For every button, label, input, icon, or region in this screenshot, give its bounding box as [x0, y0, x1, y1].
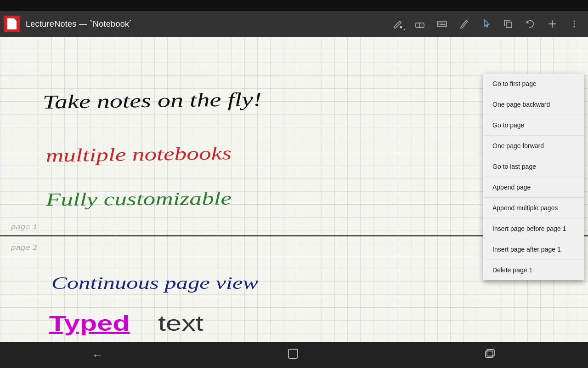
app-icon: [4, 16, 20, 32]
undo-tool[interactable]: [520, 14, 540, 34]
menu-one-page-forward[interactable]: One page forward: [483, 136, 584, 156]
svg-rect-26: [288, 349, 298, 358]
svg-text:Typed: Typed: [49, 311, 130, 335]
toolbar: LectureNotes — `Notebook´: [0, 11, 588, 37]
svg-point-14: [574, 21, 575, 22]
menu-insert-page-after[interactable]: Insert page after page 1: [483, 239, 584, 260]
svg-rect-3: [437, 21, 447, 27]
svg-text:page 2: page 2: [11, 244, 37, 251]
menu-delete-page[interactable]: Delete page 1: [483, 260, 584, 280]
menu-go-to-last-page[interactable]: Go to last page: [483, 156, 584, 177]
add-tool[interactable]: [542, 14, 562, 34]
menu-append-page[interactable]: Append page: [483, 177, 584, 198]
svg-text:text: text: [158, 311, 204, 335]
select-tool[interactable]: [476, 14, 496, 34]
svg-rect-11: [506, 22, 512, 28]
more-menu-button[interactable]: [564, 14, 584, 34]
svg-point-15: [574, 23, 575, 25]
svg-text:Take notes on the fly!: Take notes on the fly!: [42, 88, 262, 113]
back-button[interactable]: ←: [81, 343, 114, 367]
svg-text:page 1: page 1: [11, 223, 37, 230]
main-content: Take notes on the fly! multiple notebook…: [0, 37, 588, 342]
eraser-tool[interactable]: [410, 14, 430, 34]
menu-insert-page-before[interactable]: Insert page before page 1: [483, 218, 584, 239]
svg-point-0: [400, 26, 402, 29]
home-button[interactable]: [276, 342, 311, 368]
menu-go-to-first-page[interactable]: Go to first page: [483, 74, 584, 94]
svg-point-16: [574, 26, 575, 28]
svg-text:Fully customizable: Fully customizable: [45, 188, 232, 210]
app-title: LectureNotes — `Notebook´: [26, 19, 386, 29]
recents-button[interactable]: [472, 342, 507, 368]
keyboard-tool[interactable]: [432, 14, 452, 34]
pen-tool[interactable]: [454, 14, 474, 34]
status-bar: [0, 0, 588, 11]
nav-bar: ←: [0, 342, 588, 368]
svg-rect-1: [416, 23, 424, 28]
svg-text:Continuous page view: Continuous page view: [51, 273, 258, 293]
menu-append-multiple-pages[interactable]: Append multiple pages: [483, 198, 584, 218]
context-menu: Go to first page One page backward Go to…: [483, 74, 584, 280]
menu-one-page-backward[interactable]: One page backward: [483, 94, 584, 115]
menu-go-to-page[interactable]: Go to page: [483, 115, 584, 136]
svg-text:multiple notebooks: multiple notebooks: [45, 143, 232, 166]
copy-tool[interactable]: [498, 14, 518, 34]
pencil-tool[interactable]: [388, 14, 408, 34]
